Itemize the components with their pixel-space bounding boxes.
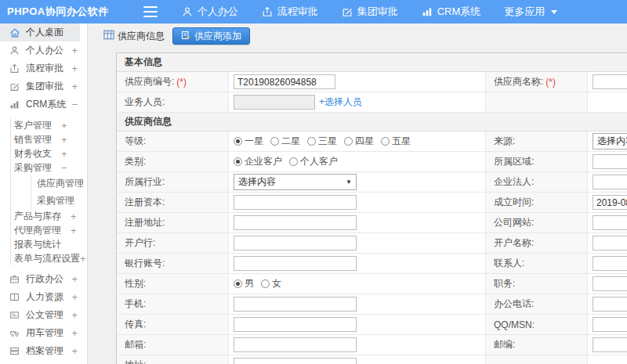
collapse-minus-icon[interactable]: −: [71, 99, 78, 110]
sidebar-item-label: 档案管理: [26, 344, 63, 358]
qq-msn-label: QQ/MSN:: [486, 315, 588, 334]
sidebar-item-form-flow-settings[interactable]: 表单与流程设置+: [10, 251, 87, 265]
staff-label: 业务人员:: [117, 92, 229, 112]
staff-input[interactable]: [234, 95, 315, 110]
hr-icon: [9, 292, 20, 303]
expand-plus-icon[interactable]: +: [61, 149, 67, 159]
reg-capital-input[interactable]: [234, 195, 357, 210]
office-phone-input[interactable]: [593, 297, 627, 312]
bank-value-cell: [229, 233, 486, 253]
contact-input[interactable]: [593, 256, 627, 271]
sidebar-item-finance-mgmt[interactable]: 财务收支+: [10, 146, 87, 160]
collapse-minus-icon[interactable]: −: [61, 163, 67, 173]
sidebar-item-purchasing-mgmt[interactable]: 采购管理: [10, 192, 87, 209]
choose-staff-link[interactable]: +选择人员: [319, 96, 362, 109]
bank-account-input[interactable]: [234, 256, 357, 271]
tab-supplier-info[interactable]: 供应商信息: [103, 30, 165, 43]
reg-address-input[interactable]: [234, 215, 357, 230]
expand-plus-icon[interactable]: +: [80, 254, 86, 264]
fax-input[interactable]: [234, 317, 357, 332]
sidebar-item-supplier-mgmt[interactable]: 供应商管理: [10, 175, 87, 192]
level-radio-4[interactable]: 五星: [381, 135, 411, 148]
radio-icon[interactable]: [234, 137, 242, 146]
founded-date-input[interactable]: [593, 195, 627, 210]
position-input[interactable]: [593, 276, 627, 291]
industry-select[interactable]: 选择内容▼: [234, 174, 357, 190]
sidebar-item-admin-office[interactable]: 行政办公+: [0, 270, 87, 288]
gender-radio-0[interactable]: 男: [234, 277, 254, 290]
sidebar-item-archive-mgmt[interactable]: 档案管理+: [0, 342, 87, 360]
tab-supplier-add[interactable]: 供应商添加: [172, 27, 250, 45]
gender-radio-1[interactable]: 女: [261, 277, 281, 290]
radio-icon[interactable]: [307, 137, 316, 146]
sidebar-item-report-stats[interactable]: 报表与统计: [10, 237, 87, 251]
expand-plus-icon[interactable]: +: [71, 225, 77, 236]
radio-icon[interactable]: [261, 279, 270, 288]
topnav-personal-office[interactable]: 个人办公: [170, 0, 250, 23]
expand-plus-icon[interactable]: +: [71, 81, 78, 92]
sidebar-item-crm-system[interactable]: CRM系统−: [0, 96, 87, 114]
account-name-input[interactable]: [593, 236, 627, 250]
sidebar-item-workflow-approval[interactable]: 流程审批+: [0, 59, 87, 77]
sidebar-item-personal-office[interactable]: 个人办公+: [0, 41, 87, 59]
field-label-text: 邮箱:: [125, 338, 146, 351]
expand-plus-icon[interactable]: +: [71, 346, 78, 356]
expand-plus-icon[interactable]: +: [71, 328, 78, 338]
sidebar-item-personal-desktop[interactable]: 个人桌面: [0, 23, 80, 41]
radio-icon[interactable]: [289, 157, 298, 166]
expand-plus-icon[interactable]: +: [71, 211, 77, 222]
supplier-name-input[interactable]: [593, 74, 627, 89]
radio-icon[interactable]: [381, 137, 390, 146]
website-input[interactable]: [593, 215, 627, 230]
level-radio-2[interactable]: 三星: [307, 135, 337, 148]
section-header-0: 基本信息: [117, 53, 627, 72]
expand-plus-icon[interactable]: +: [61, 135, 67, 145]
radio-icon[interactable]: [234, 157, 242, 166]
topnav-workflow-approval[interactable]: 流程审批: [250, 0, 330, 23]
radio-icon[interactable]: [270, 137, 279, 146]
mobile-input[interactable]: [234, 297, 357, 312]
sidebar-item-group-approval[interactable]: 集团审批+: [0, 77, 87, 96]
supplier-no-input[interactable]: [234, 74, 335, 89]
sidebar-item-sales-mgmt[interactable]: 销售管理+: [10, 132, 87, 146]
radio-icon[interactable]: [234, 279, 242, 288]
app-logo: PHPOA协同办公软件: [7, 5, 109, 19]
level-radio-1[interactable]: 二星: [270, 135, 300, 148]
expand-plus-icon[interactable]: +: [71, 292, 78, 302]
source-select[interactable]: 选择内容▼: [593, 133, 627, 150]
sidebar-item-agent-mgmt[interactable]: 代理商管理+: [10, 223, 87, 237]
topnav-crm[interactable]: CRM系统: [410, 0, 493, 23]
sidebar-item-purchase-mgmt[interactable]: 采购管理−: [10, 160, 87, 175]
expand-plus-icon[interactable]: +: [61, 121, 67, 131]
founded-date-value-cell: [588, 193, 627, 212]
bank-input[interactable]: [234, 236, 357, 250]
category-radio-0[interactable]: 企业客户: [234, 155, 282, 168]
address-input[interactable]: [234, 358, 357, 364]
topnav-group-approval[interactable]: 集团审批: [330, 0, 410, 23]
expand-plus-icon[interactable]: +: [71, 310, 78, 320]
email-input[interactable]: [234, 337, 357, 352]
topnav-more-apps[interactable]: 更多应用: [492, 0, 569, 23]
sidebar-item-vehicle-mgmt[interactable]: 用车管理+: [0, 324, 87, 342]
category-radio-1[interactable]: 个人客户: [289, 155, 338, 168]
bank-account-label: 银行账号:: [117, 254, 229, 273]
user-icon: [182, 6, 193, 17]
region-input[interactable]: [593, 154, 627, 169]
sidebar-item-product-stock[interactable]: 产品与库存+: [10, 209, 87, 223]
zip-input[interactable]: [593, 337, 627, 352]
legal-person-input[interactable]: [593, 175, 627, 189]
qq-msn-input[interactable]: [593, 317, 627, 332]
level-radio-0[interactable]: 一星: [234, 135, 263, 148]
radio-icon[interactable]: [344, 137, 353, 146]
expand-plus-icon[interactable]: +: [71, 45, 78, 56]
expand-plus-icon[interactable]: +: [71, 274, 78, 284]
sidebar-item-customer-mgmt[interactable]: 客户管理+: [10, 118, 87, 132]
level-radio-3[interactable]: 四星: [344, 135, 374, 148]
expand-plus-icon[interactable]: +: [71, 63, 78, 74]
sidebar-item-doc-mgmt[interactable]: 公文管理+: [0, 306, 87, 324]
app-window: PHPOA协同办公软件 个人办公 流程审批 集团审批 CRM系统 更多应用: [0, 0, 627, 364]
sidebar-item-hr[interactable]: 人力资源+: [0, 288, 87, 306]
menu-toggle-icon[interactable]: [143, 6, 158, 17]
form-row: 等级:一星二星三星四星五星来源:选择内容▼: [117, 132, 627, 152]
field-label-text: 开户行:: [125, 236, 155, 250]
